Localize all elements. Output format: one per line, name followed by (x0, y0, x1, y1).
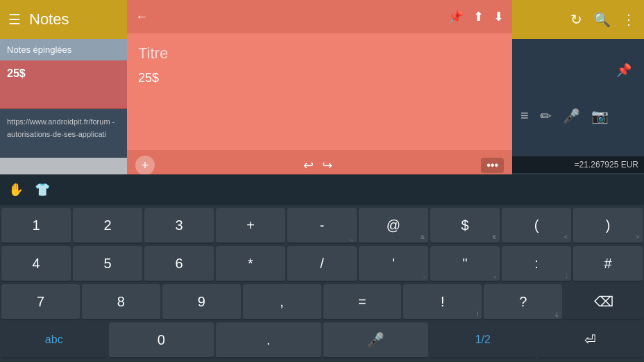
hand-icon[interactable]: ✋ (8, 182, 24, 197)
keyboard-row-3: 7 8 9 , = !i ?¿ ⌫ (1, 284, 643, 320)
note-content-area[interactable]: Titre 25$ (127, 33, 512, 150)
key-1[interactable]: 1 (1, 208, 71, 244)
key-dollar[interactable]: $€ (430, 208, 500, 244)
key-5[interactable]: 5 (73, 246, 142, 282)
note-item-1[interactable]: 25$ (0, 60, 128, 109)
key-colon[interactable]: :; (502, 246, 571, 282)
keyboard: ✋ 👕 1 2 3 + -_ @& $€ (< )> 4 5 6 * (0, 174, 644, 362)
keyboard-bottom-row: abc 0 . 🎤 1/2 ⏎ (1, 322, 643, 359)
key-fraction[interactable]: 1/2 (430, 322, 536, 359)
note-editor: ← 📌 ⬆ ⬇ Titre 25$ + ↩ ↪ ••• (127, 0, 512, 181)
tshirt-icon[interactable]: 👕 (35, 182, 50, 197)
app-container: ☰ Notes ↻ 🔍 ⋮ Notes épinglées 25$ https:… (0, 0, 644, 362)
status-text: =21.267925 EUR (575, 160, 638, 170)
key-6[interactable]: 6 (144, 246, 214, 282)
key-hash[interactable]: # (573, 246, 643, 282)
mic-format-icon[interactable]: 🎤 (563, 108, 580, 124)
key-period[interactable]: . (216, 322, 321, 359)
search-icon[interactable]: 🔍 (593, 11, 611, 28)
key-minus[interactable]: -_ (287, 208, 357, 244)
back-button[interactable]: ← (135, 10, 148, 24)
keyboard-row-1: 1 2 3 + -_ @& $€ (< )> (1, 208, 643, 244)
undo-button[interactable]: ↩ (303, 158, 314, 173)
editor-share-icon[interactable]: ⬆ (473, 9, 484, 24)
menu-icon[interactable]: ☰ (8, 11, 21, 28)
camera-format-icon[interactable]: 📷 (591, 108, 609, 124)
editor-toolbar: ← 📌 ⬆ ⬇ (127, 0, 512, 33)
key-equals[interactable]: = (323, 284, 402, 320)
backspace-key[interactable]: ⌫ (564, 284, 643, 320)
note-2-text: https://www.androidpit.fr/forum -autoris… (7, 117, 115, 138)
pin-badge: 📌 (616, 63, 632, 78)
key-2[interactable]: 2 (73, 208, 142, 244)
note-title-placeholder[interactable]: Titre (138, 44, 501, 63)
keyboard-row-2: 4 5 6 * / '‚ "„ :; # (1, 246, 643, 282)
key-plus[interactable]: + (216, 208, 285, 244)
key-squote[interactable]: '‚ (359, 246, 428, 282)
key-comma[interactable]: , (243, 284, 321, 320)
key-rparen[interactable]: )> (573, 208, 643, 244)
editor-more-button[interactable]: ••• (481, 158, 504, 173)
key-3[interactable]: 3 (144, 208, 214, 244)
editor-icons-right: 📌 ⬆ ⬇ (448, 9, 504, 24)
redo-button[interactable]: ↪ (322, 158, 332, 173)
key-mic[interactable]: 🎤 (323, 322, 429, 359)
key-question[interactable]: ?¿ (484, 284, 562, 320)
left-panel: Notes épinglées 25$ https://www.androidp… (0, 39, 128, 178)
refresh-icon[interactable]: ↻ (570, 11, 582, 28)
note-body-text[interactable]: 25$ (138, 71, 501, 85)
key-8[interactable]: 8 (82, 284, 160, 320)
keyboard-rows: 1 2 3 + -_ @& $€ (< )> 4 5 6 * / '‚ "„ :… (0, 205, 644, 362)
list-format-icon[interactable]: ≡ (520, 108, 529, 124)
format-bar: ≡ ✏ 🎤 📷 (520, 108, 609, 124)
key-4[interactable]: 4 (1, 246, 71, 282)
note-1-text: 25$ (7, 67, 26, 79)
editor-pin-icon[interactable]: 📌 (448, 9, 464, 24)
editor-archive-icon[interactable]: ⬇ (493, 9, 504, 24)
toolbar-right: ↻ 🔍 ⋮ (570, 11, 636, 28)
key-abc[interactable]: abc (1, 322, 107, 359)
key-asterisk[interactable]: * (216, 246, 285, 282)
key-dquote[interactable]: "„ (430, 246, 500, 282)
key-at[interactable]: @& (359, 208, 428, 244)
key-exclaim[interactable]: !i (403, 284, 482, 320)
key-slash[interactable]: / (287, 246, 357, 282)
enter-key[interactable]: ⏎ (538, 322, 643, 359)
edit-format-icon[interactable]: ✏ (540, 108, 552, 124)
key-7[interactable]: 7 (1, 284, 80, 320)
key-9[interactable]: 9 (162, 284, 241, 320)
key-zero[interactable]: 0 (109, 322, 214, 359)
undo-redo-group: ↩ ↪ (303, 158, 332, 173)
keyboard-top-bar: ✋ 👕 (0, 174, 644, 205)
key-lparen[interactable]: (< (502, 208, 571, 244)
pinned-header: Notes épinglées (0, 39, 128, 60)
more-options-icon[interactable]: ⋮ (622, 11, 636, 28)
add-content-button[interactable]: + (135, 156, 155, 175)
note-item-2[interactable]: https://www.androidpit.fr/forum -autoris… (0, 109, 128, 158)
